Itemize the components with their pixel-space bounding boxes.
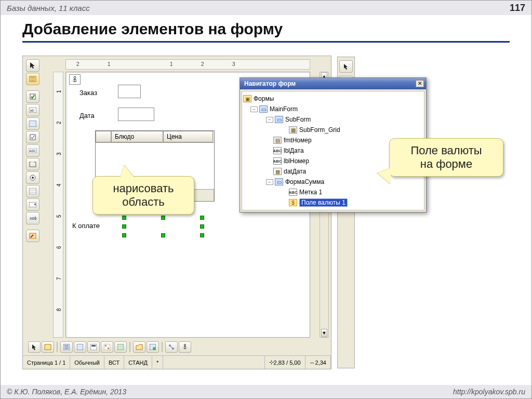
more-controls-button[interactable]: ABC <box>26 212 39 224</box>
date-icon: ▦ <box>273 168 282 175</box>
formatted-field-button[interactable] <box>26 117 39 130</box>
ruler-tick: 8 <box>56 308 62 311</box>
collapse-icon[interactable]: − <box>266 117 273 123</box>
tree-label: MainForm <box>270 105 298 113</box>
resize-handle[interactable] <box>200 224 204 229</box>
tree-root[interactable]: ▣Формы <box>243 94 423 104</box>
tree-formsum[interactable]: −▭ФормаСумма <box>243 177 423 187</box>
tree-label: datДата <box>284 168 306 175</box>
collapse-icon[interactable]: − <box>250 107 258 112</box>
resize-handle[interactable] <box>122 224 126 229</box>
grid-col-price[interactable]: Цена <box>163 131 213 142</box>
checkbox2-tool-button[interactable] <box>26 131 39 143</box>
form-icon: ▭ <box>259 105 268 113</box>
combobox-tool-button[interactable] <box>26 198 39 211</box>
svg-text:ABC: ABC <box>29 149 36 153</box>
svg-rect-5 <box>30 135 35 140</box>
date-field[interactable] <box>118 108 154 121</box>
grid-col-selector[interactable] <box>96 131 111 142</box>
callout-text: область <box>102 195 184 209</box>
textbox-tool-button[interactable]: ab <box>26 104 39 116</box>
tree-subform-grid[interactable]: ▦SubForm_Grid <box>243 125 423 135</box>
pointer-tool-button[interactable] <box>26 59 39 72</box>
form-icon: ▭ <box>275 116 283 123</box>
horizontal-ruler: 2 1 1 2 3 <box>65 59 310 70</box>
ruler-tick: 1 <box>108 61 111 67</box>
svg-rect-17 <box>45 344 51 350</box>
form-icon: ▭ <box>275 178 283 185</box>
order-field[interactable] <box>118 85 141 98</box>
activation-order-button[interactable] <box>165 341 178 353</box>
pay-label: К оплате <box>72 222 100 230</box>
design-mode-button[interactable] <box>26 73 39 85</box>
ruler-tick: 5 <box>56 215 62 218</box>
slide-footer: © К.Ю. Поляков, Е.А. Ерёмин, 2013 http:/… <box>1 385 531 398</box>
ruler-tick: 2 <box>76 61 79 67</box>
pointer-button[interactable] <box>28 341 41 353</box>
scroll-down-button[interactable]: ▼ <box>321 329 327 337</box>
grid-icon: ▦ <box>289 126 297 134</box>
ruler-tick: 4 <box>56 183 62 187</box>
design-toggle-button[interactable] <box>42 341 54 353</box>
slide-header: Базы данных, 11 класс 117 <box>1 1 531 15</box>
svg-rect-8 <box>30 162 36 167</box>
svg-point-16 <box>74 76 76 78</box>
open-design-button[interactable] <box>133 341 145 353</box>
resize-handle[interactable] <box>122 216 126 220</box>
title-underline <box>22 41 510 43</box>
tree-label: lblНомер <box>284 157 309 165</box>
tree-currency-field[interactable]: $Поле валюты 1 <box>243 197 423 208</box>
tab-order-button[interactable] <box>101 341 113 353</box>
callout-text: нарисовать <box>102 182 184 195</box>
resize-handle[interactable] <box>161 216 165 220</box>
checkbox-tool-button[interactable] <box>26 90 39 103</box>
tree-label-selected: Поле валюты 1 <box>299 198 348 207</box>
grid-col-dish[interactable]: Блюдо <box>111 131 163 142</box>
add-field-button[interactable] <box>114 341 127 353</box>
collapse-icon[interactable]: − <box>266 179 273 185</box>
vertical-ruler: 1 2 3 4 5 6 7 8 <box>53 72 63 338</box>
tree-label: Метка 1 <box>299 189 322 196</box>
control-properties-button[interactable] <box>60 341 73 353</box>
form-design-toolbar <box>25 340 329 354</box>
pointer2-button[interactable] <box>339 60 353 73</box>
ruler-tick: 7 <box>56 277 62 280</box>
resize-handle[interactable] <box>122 233 126 237</box>
status-modified: * <box>152 356 163 369</box>
tree-label: SubForm <box>285 116 311 123</box>
svg-rect-4 <box>29 121 36 127</box>
resize-handle[interactable] <box>200 233 204 237</box>
copyright-label: © К.Ю. Поляков, Е.А. Ерёмин, 2013 <box>7 388 126 396</box>
resize-handle[interactable] <box>200 216 204 220</box>
status-bar: Страница 1 / 1 Обычный ВСТ СТАНД * ⊹ 2,8… <box>23 355 331 369</box>
svg-point-11 <box>32 177 34 179</box>
page-title: Добавление элементов на форму <box>1 15 531 41</box>
resize-handle[interactable] <box>161 233 165 237</box>
svg-rect-9 <box>31 161 34 163</box>
ruler-tick: 2 <box>56 121 62 124</box>
currency-field-selection[interactable] <box>124 218 202 235</box>
tree-label1[interactable]: ABCМетка 1 <box>243 187 423 197</box>
navigator-titlebar[interactable]: Навигатор форм ✕ <box>240 78 426 89</box>
listbox-tool-button[interactable] <box>26 185 39 197</box>
callout-text: Поле валюты <box>399 144 494 157</box>
groupbox-tool-button[interactable] <box>26 158 39 170</box>
status-size-value: 2,34 <box>315 360 326 366</box>
data-navigator-button[interactable] <box>87 341 100 353</box>
tree-mainform[interactable]: −▭MainForm <box>243 104 423 114</box>
status-insert: ВСТ <box>104 356 124 369</box>
status-coords: ⊹ 2,83 / 5,00 <box>265 356 305 369</box>
label-tool-button[interactable]: ABC <box>26 144 39 157</box>
wizard-toggle-button[interactable] <box>26 230 39 242</box>
form-navigator-button[interactable] <box>147 341 159 353</box>
radio-tool-button[interactable] <box>26 171 39 184</box>
close-icon[interactable]: ✕ <box>416 80 424 87</box>
form-properties-button[interactable] <box>74 341 86 353</box>
status-size: ↔ 2,34 <box>305 356 331 369</box>
order-label: Заказ <box>79 89 97 97</box>
callout-currency-field: Поле валюты на форме <box>389 138 503 177</box>
tree-label: fmtНомер <box>284 137 312 144</box>
tree-subform[interactable]: −▭SubForm <box>243 114 423 125</box>
svg-rect-21 <box>91 345 96 347</box>
anchor-button[interactable] <box>179 341 191 353</box>
